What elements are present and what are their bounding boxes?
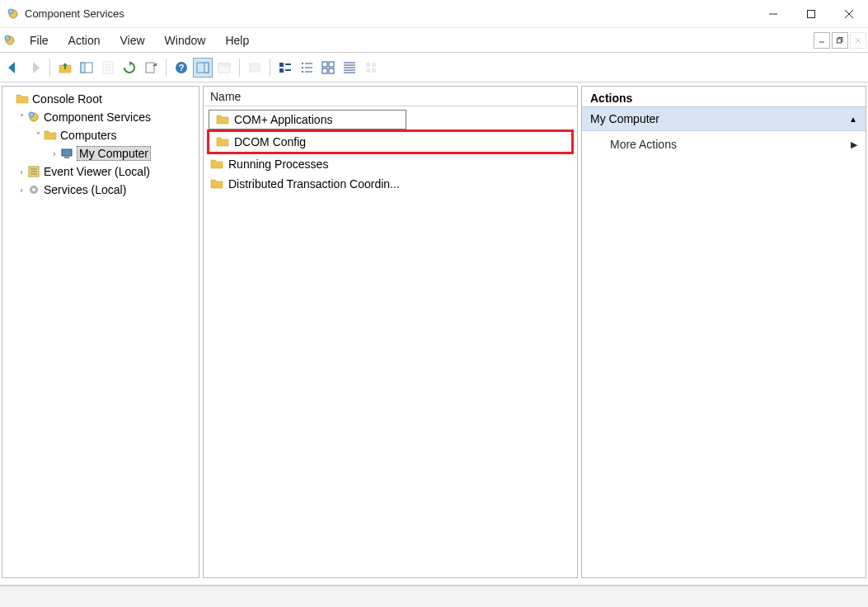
expand-icon[interactable]: › xyxy=(16,186,27,195)
tree-label: My Computer xyxy=(77,146,151,161)
title-bar: Component Services xyxy=(0,0,868,28)
view-detail-button[interactable] xyxy=(275,58,295,78)
menu-action[interactable]: Action xyxy=(59,28,110,52)
svg-rect-53 xyxy=(62,149,72,156)
submenu-arrow-icon: ▶ xyxy=(851,139,857,150)
expand-icon[interactable]: › xyxy=(16,167,27,176)
list-header[interactable]: Name xyxy=(204,87,577,106)
tree-label: Event Viewer (Local) xyxy=(44,165,150,178)
svg-point-32 xyxy=(302,63,303,64)
view-small-icons-button[interactable] xyxy=(340,58,359,78)
status-bar xyxy=(0,586,868,607)
svg-rect-47 xyxy=(366,63,370,67)
toolbar-separator xyxy=(239,59,240,77)
list-item-label: DCOM Config xyxy=(234,135,306,148)
close-button[interactable] xyxy=(830,0,868,27)
highlight-annotation: DCOM Config xyxy=(207,129,574,154)
list-item-com-apps[interactable]: COM+ Applications xyxy=(209,110,406,129)
menu-file[interactable]: File xyxy=(20,28,59,52)
folder-icon xyxy=(16,92,29,106)
back-button[interactable] xyxy=(3,58,23,78)
svg-rect-50 xyxy=(372,68,376,73)
up-folder-button[interactable] xyxy=(55,58,75,78)
svg-rect-39 xyxy=(329,62,334,67)
svg-rect-48 xyxy=(372,63,376,67)
column-name[interactable]: Name xyxy=(204,90,401,103)
list-item-dtc[interactable]: Distributed Transaction Coordin... xyxy=(204,174,577,194)
view-list-button[interactable] xyxy=(297,58,317,78)
actions-section-label: My Computer xyxy=(590,112,659,125)
mdi-minimize-button[interactable] xyxy=(814,32,830,49)
tree-label: Computers xyxy=(60,129,116,142)
main-area: Console Root ˅ Component Services ˅ Comp… xyxy=(0,82,868,586)
mdi-restore-button[interactable] xyxy=(832,32,848,49)
svg-rect-38 xyxy=(322,62,327,67)
gear-icon xyxy=(27,183,40,196)
list-item-running-processes[interactable]: Running Processes xyxy=(204,154,577,174)
tree-event-viewer[interactable]: › Event Viewer (Local) xyxy=(4,162,197,181)
event-viewer-icon xyxy=(27,165,40,178)
svg-text:?: ? xyxy=(179,63,185,73)
folder-icon xyxy=(44,129,57,142)
svg-point-60 xyxy=(32,188,35,191)
actions-section-header[interactable]: My Computer ▲ xyxy=(582,106,866,131)
mdi-close-button xyxy=(850,32,866,49)
export-list-button[interactable] xyxy=(141,58,161,78)
maximize-button[interactable] xyxy=(792,0,830,27)
show-hide-tree-button[interactable] xyxy=(77,58,96,78)
view-large-icons-button[interactable] xyxy=(318,58,338,78)
toolbar-separator xyxy=(166,59,167,77)
svg-rect-15 xyxy=(81,63,85,73)
console-tree[interactable]: Console Root ˅ Component Services ˅ Comp… xyxy=(2,87,199,202)
actions-more-actions[interactable]: More Actions ▶ xyxy=(582,131,866,158)
tree-pane[interactable]: Console Root ˅ Component Services ˅ Comp… xyxy=(2,86,199,578)
folder-icon xyxy=(216,135,229,148)
tree-label: Services (Local) xyxy=(44,183,126,196)
tree-services[interactable]: › Services (Local) xyxy=(4,181,197,199)
actions-pane: Actions My Computer ▲ More Actions ▶ xyxy=(581,86,866,578)
svg-rect-54 xyxy=(64,157,69,158)
tree-computers[interactable]: ˅ Computers xyxy=(4,126,197,144)
refresh-button[interactable] xyxy=(120,58,139,78)
actions-link-label: More Actions xyxy=(610,138,677,151)
window-title: Component Services xyxy=(25,7,754,20)
expand-icon[interactable]: ˅ xyxy=(16,113,27,122)
content-pane[interactable]: Name COM+ Applications DCOM Config Runni… xyxy=(203,86,578,578)
svg-rect-24 xyxy=(204,63,209,73)
tree-component-services[interactable]: ˅ Component Services xyxy=(4,108,197,126)
svg-rect-28 xyxy=(279,63,284,67)
app-menu-icon[interactable] xyxy=(0,28,20,52)
menu-view[interactable]: View xyxy=(110,28,154,52)
show-hide-action-pane-button[interactable] xyxy=(193,58,213,78)
forward-button xyxy=(25,58,45,78)
minimize-button[interactable] xyxy=(754,0,792,27)
list-item-dcom-config[interactable]: DCOM Config xyxy=(209,132,571,152)
computer-icon xyxy=(60,147,73,160)
expand-icon[interactable]: › xyxy=(49,149,60,158)
tree-root[interactable]: Console Root xyxy=(4,90,197,108)
menu-bar: File Action View Window Help xyxy=(0,28,868,53)
svg-point-34 xyxy=(302,71,303,73)
mdi-controls xyxy=(814,28,868,52)
list-item-label: Distributed Transaction Coordin... xyxy=(228,177,400,191)
list-item-label: Running Processes xyxy=(228,158,328,171)
view-tiles-button xyxy=(361,58,381,78)
svg-rect-26 xyxy=(218,64,230,66)
menu-help[interactable]: Help xyxy=(215,28,259,52)
properties-button xyxy=(98,58,118,78)
toolbar-separator xyxy=(49,59,50,77)
content-list[interactable]: COM+ Applications DCOM Config Running Pr… xyxy=(204,106,577,197)
expand-icon[interactable]: ˅ xyxy=(32,131,44,140)
svg-rect-29 xyxy=(279,68,284,73)
help-button[interactable]: ? xyxy=(171,58,191,78)
tree-label: Component Services xyxy=(44,111,151,124)
svg-rect-10 xyxy=(838,39,842,43)
menu-window[interactable]: Window xyxy=(155,28,216,52)
svg-point-33 xyxy=(302,67,303,68)
collapse-icon[interactable]: ▲ xyxy=(849,115,857,124)
window-controls xyxy=(754,0,868,27)
tree-my-computer[interactable]: › My Computer xyxy=(4,144,197,162)
svg-rect-49 xyxy=(366,68,370,73)
status-view-button xyxy=(245,58,265,78)
svg-rect-40 xyxy=(322,68,327,73)
